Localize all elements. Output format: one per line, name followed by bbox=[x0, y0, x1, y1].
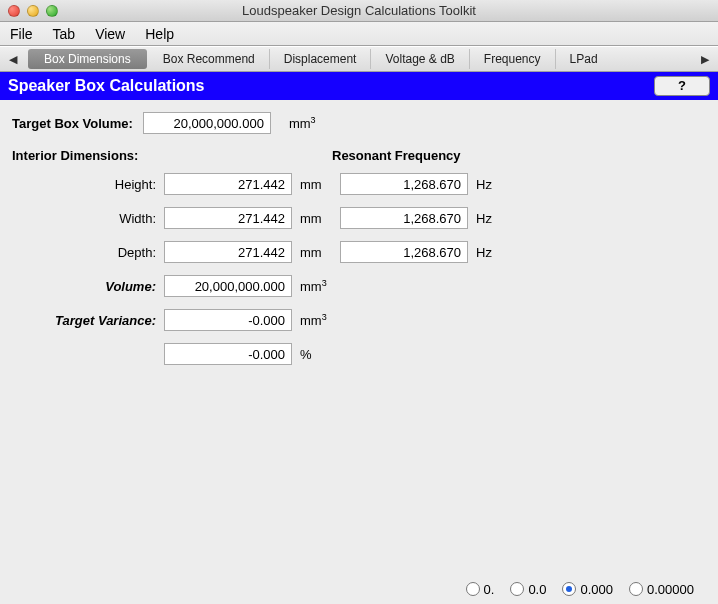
target-volume-row: Target Box Volume: mm3 bbox=[12, 112, 706, 134]
tabs: Box Dimensions Box Recommend Displacemen… bbox=[26, 47, 692, 71]
width-freq-input[interactable] bbox=[340, 207, 468, 229]
width-label: Width: bbox=[12, 211, 164, 226]
target-volume-unit: mm3 bbox=[281, 115, 325, 131]
height-input[interactable] bbox=[164, 173, 292, 195]
tabs-scroll-left[interactable]: ◀ bbox=[0, 47, 26, 71]
page-header: Speaker Box Calculations ? bbox=[0, 72, 718, 100]
radio-icon bbox=[562, 582, 576, 596]
target-volume-input[interactable] bbox=[143, 112, 271, 134]
minimize-button[interactable] bbox=[27, 5, 39, 17]
width-freq-unit: Hz bbox=[468, 211, 512, 226]
volume-output bbox=[164, 275, 292, 297]
radio-icon bbox=[466, 582, 480, 596]
variance-pct-output bbox=[164, 343, 292, 365]
precision-footer: 0. 0.0 0.000 0.00000 bbox=[0, 574, 718, 604]
depth-label: Depth: bbox=[12, 245, 164, 260]
tabbar: ◀ Box Dimensions Box Recommend Displacem… bbox=[0, 46, 718, 72]
menu-view[interactable]: View bbox=[95, 26, 125, 42]
section-labels: Interior Dimensions: Resonant Frequency bbox=[12, 148, 706, 163]
precision-2[interactable]: 0.000 bbox=[562, 582, 613, 597]
tab-box-dimensions[interactable]: Box Dimensions bbox=[28, 49, 147, 69]
depth-unit: mm bbox=[292, 245, 336, 260]
height-row: Height: mm Hz bbox=[12, 173, 706, 195]
close-button[interactable] bbox=[8, 5, 20, 17]
variance-unit: mm3 bbox=[292, 312, 336, 328]
tab-displacement[interactable]: Displacement bbox=[270, 49, 372, 69]
tab-box-recommend[interactable]: Box Recommend bbox=[149, 49, 270, 69]
precision-0[interactable]: 0. bbox=[466, 582, 495, 597]
variance-row: Target Variance: mm3 bbox=[12, 309, 706, 331]
volume-unit: mm3 bbox=[292, 278, 336, 294]
target-volume-label: Target Box Volume: bbox=[12, 116, 133, 131]
precision-2-label: 0.000 bbox=[580, 582, 613, 597]
form: Target Box Volume: mm3 Interior Dimensio… bbox=[0, 100, 718, 389]
variance-pct-unit: % bbox=[292, 347, 336, 362]
radio-icon bbox=[510, 582, 524, 596]
tabs-scroll-right[interactable]: ▶ bbox=[692, 47, 718, 71]
width-unit: mm bbox=[292, 211, 336, 226]
variance-output bbox=[164, 309, 292, 331]
volume-label: Volume: bbox=[12, 279, 164, 294]
depth-freq-unit: Hz bbox=[468, 245, 512, 260]
menu-tab[interactable]: Tab bbox=[53, 26, 76, 42]
page-title: Speaker Box Calculations bbox=[8, 77, 205, 95]
height-unit: mm bbox=[292, 177, 336, 192]
menu-help[interactable]: Help bbox=[145, 26, 174, 42]
precision-1[interactable]: 0.0 bbox=[510, 582, 546, 597]
width-row: Width: mm Hz bbox=[12, 207, 706, 229]
content-area: Speaker Box Calculations ? Target Box Vo… bbox=[0, 72, 718, 574]
zoom-button[interactable] bbox=[46, 5, 58, 17]
precision-3[interactable]: 0.00000 bbox=[629, 582, 694, 597]
depth-freq-input[interactable] bbox=[340, 241, 468, 263]
precision-0-label: 0. bbox=[484, 582, 495, 597]
tab-frequency[interactable]: Frequency bbox=[470, 49, 556, 69]
depth-input[interactable] bbox=[164, 241, 292, 263]
width-input[interactable] bbox=[164, 207, 292, 229]
depth-row: Depth: mm Hz bbox=[12, 241, 706, 263]
height-label: Height: bbox=[12, 177, 164, 192]
resonant-frequency-label: Resonant Frequency bbox=[332, 148, 461, 163]
menu-file[interactable]: File bbox=[10, 26, 33, 42]
precision-3-label: 0.00000 bbox=[647, 582, 694, 597]
tab-lpad[interactable]: LPad bbox=[556, 49, 612, 69]
variance-pct-row: % bbox=[12, 343, 706, 365]
interior-dimensions-label: Interior Dimensions: bbox=[12, 148, 332, 163]
menubar: File Tab View Help bbox=[0, 22, 718, 46]
variance-label: Target Variance: bbox=[12, 313, 164, 328]
titlebar: Loudspeaker Design Calculations Toolkit bbox=[0, 0, 718, 22]
tab-voltage-db[interactable]: Voltage & dB bbox=[371, 49, 469, 69]
height-freq-unit: Hz bbox=[468, 177, 512, 192]
precision-1-label: 0.0 bbox=[528, 582, 546, 597]
radio-icon bbox=[629, 582, 643, 596]
window-title: Loudspeaker Design Calculations Toolkit bbox=[0, 3, 718, 18]
help-button[interactable]: ? bbox=[654, 76, 710, 96]
volume-row: Volume: mm3 bbox=[12, 275, 706, 297]
window-controls bbox=[0, 5, 58, 17]
height-freq-input[interactable] bbox=[340, 173, 468, 195]
